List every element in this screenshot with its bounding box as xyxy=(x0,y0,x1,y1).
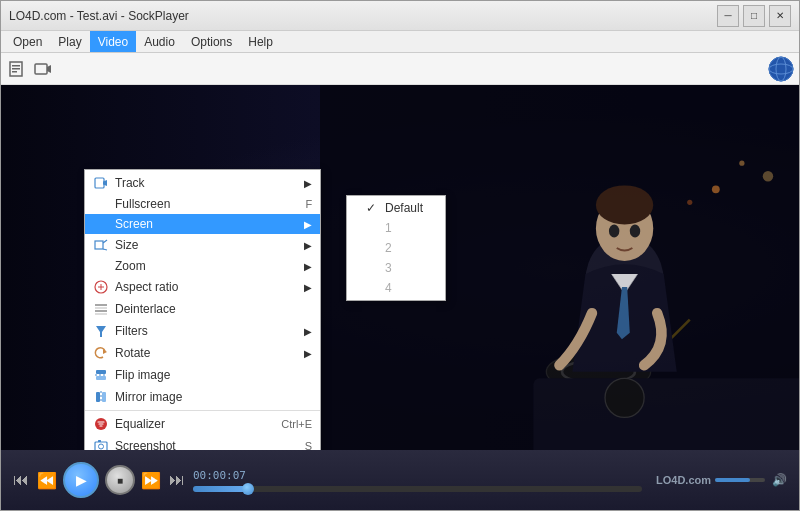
menu-help[interactable]: Help xyxy=(240,31,281,52)
track-icon xyxy=(93,175,109,191)
equalizer-label: Equalizer xyxy=(115,417,165,431)
time-display: 00:00:07 xyxy=(193,469,642,482)
size-icon xyxy=(93,237,109,253)
svg-marker-35 xyxy=(96,326,106,337)
menu-audio[interactable]: Audio xyxy=(136,31,183,52)
video-area: Track ▶ Fullscreen F Screen ▶ xyxy=(1,85,799,450)
minimize-button[interactable]: ─ xyxy=(717,5,739,27)
menu-filters[interactable]: Filters ▶ xyxy=(85,320,320,342)
screen-arrow: ▶ xyxy=(304,219,312,230)
progress-area: 00:00:07 xyxy=(193,469,642,492)
screen-default[interactable]: ✓ Default xyxy=(347,198,445,218)
menu-open[interactable]: Open xyxy=(5,31,50,52)
screen-4[interactable]: 4 xyxy=(347,278,445,298)
menu-equalizer[interactable]: Equalizer Ctrl+E xyxy=(85,413,320,435)
volume-icon[interactable]: 🔊 xyxy=(769,470,789,490)
menu-flip[interactable]: Flip image xyxy=(85,364,320,386)
screen-1[interactable]: 1 xyxy=(347,218,445,238)
progress-fill xyxy=(193,486,247,492)
toolbar-file-btn[interactable] xyxy=(5,57,29,81)
progress-thumb[interactable] xyxy=(242,483,254,495)
svg-marker-26 xyxy=(103,180,107,186)
svg-rect-3 xyxy=(12,71,17,73)
file-icon xyxy=(8,60,26,78)
title-bar: LO4D.com - Test.avi - SockPlayer ─ □ ✕ xyxy=(1,1,799,31)
size-label: Size xyxy=(115,238,138,252)
prev-btn[interactable]: ⏪ xyxy=(37,470,57,490)
screenshot-icon xyxy=(93,438,109,450)
progress-bar[interactable] xyxy=(193,486,642,492)
screen-submenu: ✓ Default 1 2 3 4 xyxy=(346,195,446,301)
size-arrow: ▶ xyxy=(304,240,312,251)
screen-1-label: 1 xyxy=(385,221,392,235)
menu-deinterlace[interactable]: Deinterlace xyxy=(85,298,320,320)
stop-button[interactable]: ■ xyxy=(105,465,135,495)
menu-video[interactable]: Video xyxy=(90,31,136,52)
rotate-label: Rotate xyxy=(115,346,150,360)
watermark-text: LO4D.com xyxy=(656,474,711,486)
menu-track[interactable]: Track ▶ xyxy=(85,172,320,194)
forward-end-btn[interactable]: ⏭ xyxy=(167,470,187,490)
svg-rect-38 xyxy=(96,376,106,380)
menu-mirror[interactable]: Mirror image xyxy=(85,386,320,408)
svg-rect-19 xyxy=(534,378,799,450)
volume-slider[interactable] xyxy=(715,478,765,482)
deinterlace-label: Deinterlace xyxy=(115,302,176,316)
toolbar xyxy=(1,53,799,85)
menu-bar: Open Play Video Audio Options Help xyxy=(1,31,799,53)
separator-1 xyxy=(85,410,320,411)
menu-size[interactable]: Size ▶ xyxy=(85,234,320,256)
screen-label: Screen xyxy=(115,217,153,231)
svg-point-22 xyxy=(739,161,744,166)
svg-point-17 xyxy=(609,224,619,237)
svg-point-45 xyxy=(99,444,104,449)
menu-options[interactable]: Options xyxy=(183,31,240,52)
svg-point-24 xyxy=(763,171,773,181)
rotate-icon xyxy=(93,345,109,361)
menu-screen[interactable]: Screen ▶ xyxy=(85,214,320,234)
screenshot-label: Screenshot xyxy=(115,439,176,450)
screen-3-label: 3 xyxy=(385,261,392,275)
toolbar-video-btn[interactable] xyxy=(31,57,55,81)
globe-icon xyxy=(767,55,795,83)
track-label: Track xyxy=(115,176,145,190)
window-title: LO4D.com - Test.avi - SockPlayer xyxy=(9,9,189,23)
zoom-label: Zoom xyxy=(115,259,146,273)
svg-rect-2 xyxy=(12,68,20,70)
svg-point-21 xyxy=(712,185,720,193)
mirror-icon xyxy=(93,389,109,405)
default-check: ✓ xyxy=(363,201,379,215)
menu-screenshot[interactable]: Screenshot S xyxy=(85,435,320,450)
track-arrow: ▶ xyxy=(304,178,312,189)
svg-point-16 xyxy=(596,185,653,224)
svg-point-23 xyxy=(687,200,692,205)
controls-bar: ⏮ ⏪ ▶ ■ ⏩ ⏭ 00:00:07 LO4D.com 🔊 xyxy=(1,450,799,510)
maximize-button[interactable]: □ xyxy=(743,5,765,27)
filters-label: Filters xyxy=(115,324,148,338)
menu-play[interactable]: Play xyxy=(50,31,89,52)
menu-zoom[interactable]: Zoom ▶ xyxy=(85,256,320,276)
rewind-start-btn[interactable]: ⏮ xyxy=(11,470,31,490)
video-dropdown-menu: Track ▶ Fullscreen F Screen ▶ xyxy=(84,169,321,450)
screen-3[interactable]: 3 xyxy=(347,258,445,278)
equalizer-icon xyxy=(93,416,109,432)
close-button[interactable]: ✕ xyxy=(769,5,791,27)
play-button[interactable]: ▶ xyxy=(63,462,99,498)
mirror-label: Mirror image xyxy=(115,390,182,404)
screenshot-shortcut: S xyxy=(305,440,312,450)
svg-rect-1 xyxy=(12,65,20,67)
screen-2[interactable]: 2 xyxy=(347,238,445,258)
menu-aspect-ratio[interactable]: Aspect ratio ▶ xyxy=(85,276,320,298)
next-btn[interactable]: ⏩ xyxy=(141,470,161,490)
video-icon xyxy=(34,60,52,78)
fullscreen-shortcut: F xyxy=(305,198,312,210)
svg-point-20 xyxy=(605,378,644,417)
aspect-icon xyxy=(93,279,109,295)
deinterlace-icon xyxy=(93,301,109,317)
screen-4-label: 4 xyxy=(385,281,392,295)
menu-fullscreen[interactable]: Fullscreen F xyxy=(85,194,320,214)
menu-rotate[interactable]: Rotate ▶ xyxy=(85,342,320,364)
flip-label: Flip image xyxy=(115,368,170,382)
title-bar-controls: ─ □ ✕ xyxy=(717,5,791,27)
svg-rect-41 xyxy=(102,392,106,402)
